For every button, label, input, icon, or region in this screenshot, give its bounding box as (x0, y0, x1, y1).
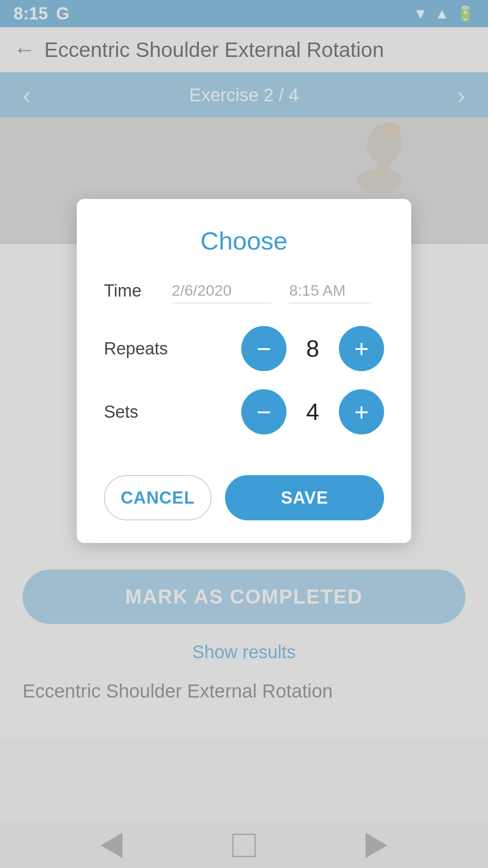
sets-controls: − 4 + (241, 389, 384, 434)
repeats-increment-button[interactable]: + (339, 326, 384, 371)
date-input[interactable] (172, 278, 271, 303)
sets-decrement-button[interactable]: − (241, 389, 286, 434)
cancel-button[interactable]: CANCEL (104, 475, 211, 520)
dialog-title: Choose (104, 226, 384, 255)
time-input[interactable] (289, 278, 371, 303)
dialog-actions: CANCEL SAVE (104, 475, 384, 520)
sets-increment-button[interactable]: + (339, 389, 384, 434)
sets-value: 4 (299, 398, 326, 425)
modal-overlay: Choose Time Repeats − 8 + Sets − 4 + (0, 0, 488, 868)
repeats-value: 8 (299, 335, 326, 362)
repeats-label: Repeats (104, 339, 241, 359)
sets-row: Sets − 4 + (104, 389, 384, 434)
time-label: Time (104, 281, 163, 301)
time-row: Time (104, 278, 384, 303)
save-button[interactable]: SAVE (225, 475, 384, 520)
repeats-controls: − 8 + (241, 326, 384, 371)
choose-dialog: Choose Time Repeats − 8 + Sets − 4 + (77, 199, 411, 543)
repeats-row: Repeats − 8 + (104, 326, 384, 371)
sets-label: Sets (104, 402, 241, 422)
repeats-decrement-button[interactable]: − (241, 326, 286, 371)
